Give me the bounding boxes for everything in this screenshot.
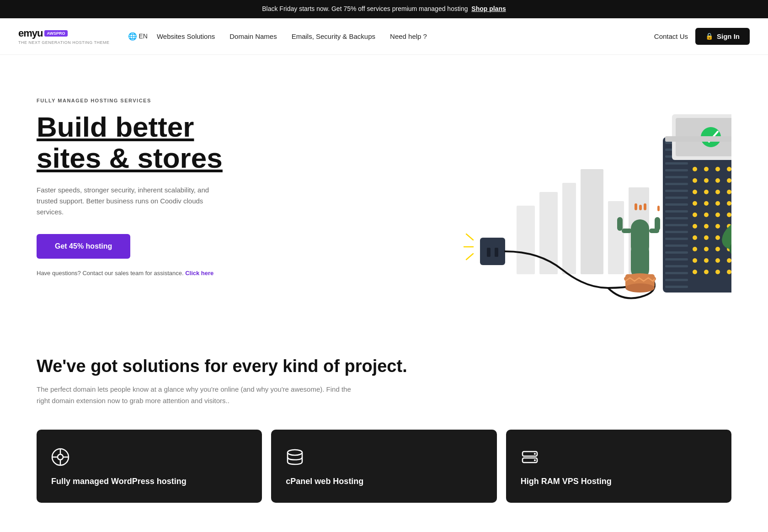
svg-rect-87 bbox=[665, 258, 688, 261]
svg-rect-0 bbox=[539, 192, 558, 274]
hero-section: FULLY MANAGED HOSTING SERVICES Build bet… bbox=[0, 55, 768, 320]
svg-rect-85 bbox=[665, 245, 688, 247]
logo-name: emyu bbox=[18, 27, 43, 39]
svg-rect-74 bbox=[665, 169, 688, 171]
svg-rect-84 bbox=[665, 238, 688, 240]
svg-point-113 bbox=[534, 453, 536, 455]
svg-rect-3 bbox=[608, 201, 624, 274]
svg-point-43 bbox=[704, 213, 709, 217]
svg-point-53 bbox=[715, 201, 720, 206]
svg-rect-78 bbox=[665, 197, 688, 199]
lang-label: EN bbox=[139, 32, 148, 40]
svg-rect-88 bbox=[665, 265, 688, 267]
svg-rect-2 bbox=[581, 169, 603, 274]
svg-point-52 bbox=[715, 190, 720, 194]
nav-need-help[interactable]: Need help ? bbox=[390, 32, 427, 40]
wordpress-icon bbox=[51, 448, 247, 469]
svg-rect-8 bbox=[495, 248, 498, 257]
vps-card[interactable]: High RAM VPS Hosting bbox=[506, 430, 731, 503]
svg-rect-6 bbox=[480, 238, 505, 265]
svg-point-64 bbox=[727, 201, 731, 206]
svg-rect-21 bbox=[657, 206, 660, 211]
svg-rect-17 bbox=[635, 203, 637, 210]
svg-rect-20 bbox=[655, 217, 660, 231]
svg-rect-76 bbox=[665, 183, 688, 185]
svg-rect-83 bbox=[665, 231, 688, 233]
svg-point-69 bbox=[727, 258, 731, 263]
svg-point-110 bbox=[288, 450, 302, 455]
svg-point-39 bbox=[704, 167, 709, 171]
cta-button[interactable]: Get 45% hosting bbox=[37, 234, 130, 259]
svg-point-59 bbox=[715, 270, 720, 274]
nav-websites-solutions[interactable]: Websites Solutions bbox=[157, 32, 215, 40]
banner-text: Black Friday starts now. Get 75% off ser… bbox=[262, 5, 468, 12]
svg-rect-7 bbox=[487, 248, 491, 257]
cpanel-card-title: cPanel web Hosting bbox=[286, 477, 482, 486]
question-text: Have questions? Contact our sales team f… bbox=[37, 270, 184, 277]
hero-title: Build better sites & stores bbox=[37, 112, 256, 174]
hero-title-line2: sites & stores bbox=[37, 142, 223, 174]
hero-title-line1: Build better bbox=[37, 111, 194, 143]
top-banner: Black Friday starts now. Get 75% off ser… bbox=[0, 0, 768, 18]
language-selector[interactable]: 🌐 EN bbox=[128, 32, 148, 41]
click-here-link[interactable]: Click here bbox=[185, 270, 213, 277]
svg-rect-15 bbox=[617, 217, 623, 231]
svg-rect-89 bbox=[665, 272, 688, 274]
svg-rect-5 bbox=[517, 206, 535, 274]
svg-rect-77 bbox=[665, 190, 688, 192]
logo-sub: THE NEXT GENERATION HOSTING THEME bbox=[18, 40, 110, 45]
nav-domain-names[interactable]: Domain Names bbox=[229, 32, 277, 40]
svg-rect-79 bbox=[665, 203, 688, 206]
svg-rect-16 bbox=[639, 205, 642, 210]
database-icon bbox=[286, 448, 482, 469]
svg-rect-18 bbox=[644, 203, 646, 210]
svg-point-36 bbox=[693, 258, 697, 263]
shop-plans-link[interactable]: Shop plans bbox=[471, 5, 506, 12]
svg-point-50 bbox=[715, 167, 720, 171]
wordpress-card[interactable]: Fully managed WordPress hosting bbox=[37, 430, 262, 503]
svg-rect-1 bbox=[562, 183, 576, 274]
svg-rect-80 bbox=[665, 210, 688, 213]
nav-emails-security[interactable]: Emails, Security & Backups bbox=[292, 32, 375, 40]
cpanel-card[interactable]: cPanel web Hosting bbox=[271, 430, 496, 503]
globe-icon: 🌐 bbox=[128, 32, 137, 41]
svg-rect-81 bbox=[665, 217, 688, 219]
svg-point-32 bbox=[693, 213, 697, 217]
svg-point-35 bbox=[693, 247, 697, 251]
solutions-section: We've got solutions for every kind of pr… bbox=[0, 320, 768, 521]
wordpress-card-title: Fully managed WordPress hosting bbox=[51, 477, 247, 486]
svg-point-45 bbox=[704, 235, 709, 240]
contact-us-link[interactable]: Contact Us bbox=[654, 32, 688, 40]
svg-point-41 bbox=[704, 190, 709, 194]
solutions-title: We've got solutions for every kind of pr… bbox=[37, 356, 731, 376]
svg-point-47 bbox=[704, 258, 709, 263]
svg-point-46 bbox=[704, 247, 709, 251]
svg-point-63 bbox=[727, 190, 731, 194]
svg-rect-86 bbox=[665, 251, 688, 254]
server-illustration bbox=[448, 78, 731, 306]
svg-point-51 bbox=[715, 178, 720, 183]
sign-in-button[interactable]: 🔒 Sign In bbox=[695, 28, 750, 45]
hero-content: FULLY MANAGED HOSTING SERVICES Build bet… bbox=[37, 98, 256, 277]
lock-icon: 🔒 bbox=[705, 32, 713, 40]
svg-point-30 bbox=[693, 190, 697, 194]
svg-point-31 bbox=[693, 201, 697, 206]
svg-point-48 bbox=[704, 270, 709, 274]
svg-rect-96 bbox=[665, 136, 731, 142]
svg-rect-75 bbox=[665, 176, 688, 178]
service-cards: Fully managed WordPress hosting cPanel w… bbox=[37, 430, 731, 503]
svg-rect-90 bbox=[665, 279, 688, 281]
svg-rect-73 bbox=[665, 162, 688, 165]
svg-point-29 bbox=[693, 178, 697, 183]
svg-rect-91 bbox=[665, 286, 688, 288]
svg-point-56 bbox=[715, 235, 720, 240]
svg-rect-14 bbox=[622, 229, 632, 233]
svg-line-11 bbox=[466, 254, 473, 260]
svg-point-44 bbox=[704, 224, 709, 229]
hero-description: Faster speeds, stronger security, inhere… bbox=[37, 185, 215, 218]
cta-question: Have questions? Contact our sales team f… bbox=[37, 270, 256, 277]
svg-point-34 bbox=[693, 235, 697, 240]
svg-point-62 bbox=[727, 178, 731, 183]
svg-point-114 bbox=[534, 459, 536, 461]
svg-point-28 bbox=[693, 167, 697, 171]
